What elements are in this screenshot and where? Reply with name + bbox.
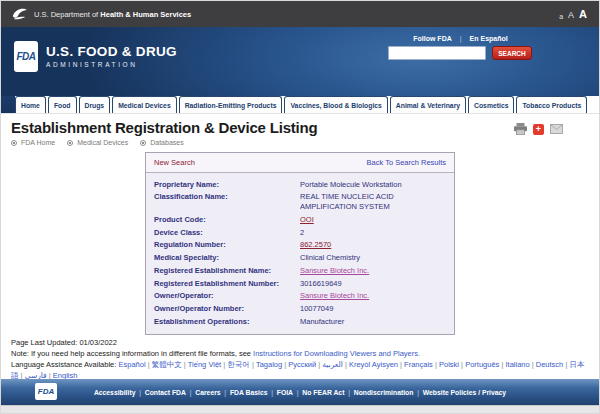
follow-fda-link[interactable]: Follow FDA: [413, 35, 452, 42]
language-link[interactable]: 繁體中文: [152, 360, 188, 369]
row-value: 3016619649: [300, 279, 446, 289]
nav-tab[interactable]: Radiation-Emitting Products: [179, 96, 283, 113]
footer-link[interactable]: Contact FDA: [145, 389, 196, 396]
row-label: Registered Establishment Name:: [154, 266, 300, 276]
language-link[interactable]: Tagalog: [256, 360, 288, 369]
language-link[interactable]: Русский: [288, 360, 322, 369]
nav-tab[interactable]: Home: [15, 96, 46, 113]
nav-tab[interactable]: Tobacco Products: [516, 96, 587, 113]
en-espanol-link[interactable]: En Español: [470, 35, 508, 42]
text-size-small-button[interactable]: a: [559, 13, 563, 20]
language-link[interactable]: Français: [404, 360, 439, 369]
fda-org-name: U.S. FOOD & DRUG ADMINISTRATION: [46, 44, 177, 68]
hhs-top-bar: U.S. Department of Health & Human Servic…: [1, 1, 599, 27]
page-header: Establishment Registration & Device List…: [1, 113, 599, 149]
footer-link[interactable]: Careers: [195, 389, 230, 396]
nav-tab[interactable]: Food: [48, 96, 77, 113]
footer-link[interactable]: Accessibility: [94, 389, 145, 396]
language-link[interactable]: Kreyòl Ayisyen: [349, 360, 404, 369]
nav-tab[interactable]: Vaccines, Blood & Biologics: [284, 96, 387, 113]
breadcrumb-bullet-icon: [11, 140, 17, 146]
bottom-strip: [1, 405, 599, 414]
breadcrumb-item[interactable]: FDA Home: [11, 139, 55, 146]
language-link[interactable]: Português: [465, 360, 505, 369]
text-size-controls: a A A: [559, 9, 587, 20]
nav-tab[interactable]: Animal & Veterinary: [390, 96, 466, 113]
language-link[interactable]: Italiano: [505, 360, 535, 369]
breadcrumb-bullet-icon: [140, 140, 146, 146]
table-row: Product Code: OOI: [154, 213, 446, 226]
footer-links: Accessibility Contact FDA Careers FDA Ba…: [94, 389, 506, 396]
row-label: Owner/Operator Number:: [154, 304, 300, 314]
breadcrumb-item[interactable]: Medical Devices: [67, 139, 128, 146]
row-label: Registered Establishment Number:: [154, 279, 300, 289]
language-link[interactable]: English: [53, 371, 78, 379]
row-label: Owner/Operator:: [154, 291, 300, 301]
row-label: Regulation Number:: [154, 240, 300, 250]
breadcrumb-bullet-icon: [67, 140, 73, 146]
row-label: Proprietary Name:: [154, 180, 300, 190]
text-size-medium-button[interactable]: A: [568, 11, 574, 20]
table-row: Regulation Number: 862.2570: [154, 239, 446, 252]
nav-tab[interactable]: Drugs: [79, 96, 111, 113]
row-value: REAL TIME NUCLEIC ACID AMPLIFICATION SYS…: [300, 192, 446, 212]
banner-links: Follow FDA | En Español: [388, 35, 533, 42]
email-icon[interactable]: [550, 124, 563, 134]
language-link[interactable]: العربية: [322, 360, 349, 369]
breadcrumb-label: FDA Home: [21, 139, 55, 146]
search-input[interactable]: [388, 46, 486, 60]
back-to-search-results-link[interactable]: Back To Search Results: [367, 158, 446, 167]
table-row: Classification Name: REAL TIME NUCLEIC A…: [154, 191, 446, 214]
print-icon[interactable]: [514, 123, 527, 135]
nav-tab[interactable]: Medical Devices: [112, 96, 177, 113]
language-assistance: Language Assistance Available: Español繁體…: [11, 360, 589, 379]
language-link[interactable]: Español: [118, 360, 151, 369]
fda-logo[interactable]: FDA: [14, 41, 38, 72]
breadcrumb-label: Databases: [150, 139, 183, 146]
main-content: New Search Back To Search Results Propri…: [1, 149, 599, 333]
row-label: Medical Specialty:: [154, 253, 300, 263]
hhs-home-link[interactable]: U.S. Department of Health & Human Servic…: [11, 7, 191, 22]
panel-header: New Search Back To Search Results: [146, 153, 454, 173]
hhs-dept-text: U.S. Department of Health & Human Servic…: [34, 10, 191, 19]
banner-search-area: Follow FDA | En Español SEARCH: [388, 35, 533, 60]
share-plus-icon[interactable]: +: [533, 124, 544, 135]
breadcrumb-label: Medical Devices: [77, 139, 128, 146]
nav-tab[interactable]: Cosmetics: [468, 96, 514, 113]
row-value: Portable Molecule Workstation: [300, 180, 446, 190]
language-link[interactable]: فارسی: [25, 371, 53, 379]
search-button[interactable]: SEARCH: [492, 46, 532, 60]
nav-left-spacer: [1, 96, 15, 113]
table-row: Establishment Operations: Manufacturer: [154, 315, 446, 328]
footer-info: Page Last Updated: 01/03/2022 Note: If y…: [1, 333, 599, 379]
footer-link[interactable]: FOIA: [277, 389, 303, 396]
primary-nav: Home Food Drugs Medical Devices Radiatio…: [1, 96, 599, 113]
language-link[interactable]: Tiếng Việt: [188, 360, 227, 369]
device-detail-table: Proprietary Name: Portable Molecule Work…: [146, 173, 454, 334]
page-last-updated: Page Last Updated: 01/03/2022: [11, 338, 589, 349]
viewers-players-link[interactable]: Instructions for Downloading Viewers and…: [253, 349, 420, 358]
footer-link[interactable]: Website Policies / Privacy: [423, 389, 506, 396]
footer-link[interactable]: FDA Basics: [230, 389, 277, 396]
formats-note: Note: If you need help accessing informa…: [11, 349, 589, 360]
note-text: Note: If you need help accessing informa…: [11, 349, 253, 358]
row-label: Product Code:: [154, 215, 300, 225]
breadcrumb-item[interactable]: Databases: [140, 139, 183, 146]
footer-link[interactable]: Nondiscrimination: [354, 389, 423, 396]
text-size-large-button[interactable]: A: [579, 9, 587, 20]
row-value: Manufacturer: [300, 317, 446, 327]
page-title: Establishment Registration & Device List…: [11, 119, 589, 136]
search-row: SEARCH: [388, 46, 533, 60]
row-value: Sansure Biotech Inc.: [300, 266, 446, 276]
table-row: Registered Establishment Number: 3016619…: [154, 277, 446, 290]
footer-link[interactable]: No FEAR Act: [302, 389, 353, 396]
language-link[interactable]: Polski: [439, 360, 465, 369]
language-link[interactable]: Deutsch: [536, 360, 570, 369]
new-search-link[interactable]: New Search: [154, 158, 195, 167]
row-value: 2: [300, 228, 446, 238]
row-value: Clinical Chemistry: [300, 253, 446, 263]
language-link[interactable]: 한국어: [227, 360, 256, 369]
footer-fda-logo[interactable]: FDA: [35, 383, 57, 400]
language-label: Language Assistance Available:: [11, 360, 116, 369]
fda-org-line2: ADMINISTRATION: [46, 61, 177, 68]
